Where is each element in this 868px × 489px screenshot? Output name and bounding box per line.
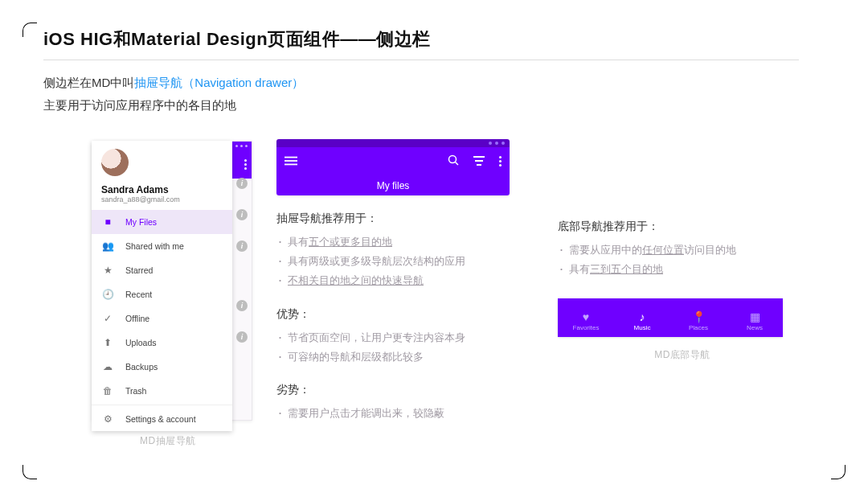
drawer-item-settings-&-account[interactable]: ⚙Settings & account — [92, 407, 232, 431]
drawer-item-trash[interactable]: 🗑Trash — [92, 379, 232, 403]
drawer-mock: i i i i i Sandra Adams sandra_a88@gmail.… — [92, 141, 260, 421]
page-title: iOS HIG和Material Design页面组件——侧边栏 — [43, 27, 825, 51]
bottom-nav-label: News — [747, 324, 763, 331]
avatar[interactable] — [101, 149, 129, 176]
drawer-item-label: Starred — [125, 265, 153, 275]
svg-rect-2 — [285, 163, 297, 165]
drawer-item-label: My Files — [125, 217, 157, 227]
bullet: 具有五个或更多目的地 — [276, 232, 526, 252]
drawer-item-label: Shared with me — [125, 241, 184, 251]
drawer-item-starred[interactable]: ★Starred — [92, 258, 232, 282]
navigation-drawer: Sandra Adams sandra_a88@gmail.com ■My Fi… — [92, 141, 232, 431]
info-icon: i — [236, 178, 248, 189]
place-icon: 📍 — [692, 311, 706, 323]
drawer-item-label: Settings & account — [125, 414, 196, 424]
info-icon: i — [236, 331, 248, 343]
drawer-item-label: Trash — [125, 386, 146, 396]
bullet: 具有三到五个目的地 — [558, 260, 807, 279]
user-email: sandra_a88@gmail.com — [101, 195, 223, 203]
cons: 劣势： 需要用户点击才能调出来，较隐蔽 — [276, 383, 526, 423]
caption-bottom-nav: MD底部导航 — [558, 348, 807, 362]
bottom-nav-item-favorites[interactable]: ♥Favorites — [558, 305, 614, 337]
caption-drawer: MD抽屉导航 — [140, 434, 196, 448]
bullet: 节省页面空间，让用户更专注内容本身 — [276, 328, 526, 347]
drawer-item-backups[interactable]: ☁Backups — [92, 355, 232, 379]
star-icon: ★ — [101, 265, 114, 276]
bullet: 需要从应用中的任何位置访问目的地 — [558, 240, 807, 260]
svg-rect-1 — [285, 160, 297, 162]
drawer-item-label: Recent — [125, 290, 152, 299]
user-name: Sandra Adams — [101, 184, 223, 195]
clock-icon: 🕘 — [101, 289, 114, 300]
heart-icon: ♥ — [583, 311, 589, 323]
search-icon[interactable] — [448, 154, 459, 168]
bullet: 不相关目的地之间的快速导航 — [276, 271, 526, 290]
drawer-item-label: Uploads — [125, 338, 157, 347]
svg-line-4 — [456, 162, 459, 166]
music-icon: ♪ — [640, 311, 645, 323]
bottom-nav-item-news[interactable]: ▦News — [727, 305, 783, 337]
drawer-item-uploads[interactable]: ⬆Uploads — [92, 331, 232, 355]
drawer-item-label: Offline — [125, 314, 149, 323]
info-icon: i — [236, 209, 248, 220]
intro-text: 侧边栏在MD中叫抽屉导航（Navigation drawer） 主要用于访问应用… — [43, 72, 825, 117]
divider — [43, 60, 799, 60]
drawer-item-my-files[interactable]: ■My Files — [92, 210, 232, 234]
more-vert-icon[interactable] — [244, 159, 247, 170]
bottom-nav-label: Places — [689, 324, 708, 331]
bullet: 具有两级或更多级导航层次结构的应用 — [276, 252, 526, 271]
drawer-item-offline[interactable]: ✓Offline — [92, 306, 232, 331]
news-icon: ▦ — [750, 311, 760, 323]
filter-icon[interactable] — [473, 155, 485, 168]
bottom-recommend: 底部导航推荐用于： 需要从应用中的任何位置访问目的地具有三到五个目的地 — [558, 220, 807, 280]
pros: 优势： 节省页面空间，让用户更专注内容本身可容纳的导航和层级都比较多 — [276, 307, 526, 368]
upload-icon: ⬆ — [101, 337, 114, 348]
cloud-icon: ☁ — [101, 361, 114, 372]
trash-icon: 🗑 — [101, 385, 114, 397]
bottom-nav-item-places[interactable]: 📍Places — [670, 305, 727, 337]
hamburger-icon[interactable] — [285, 154, 297, 169]
gear-icon: ⚙ — [101, 413, 114, 425]
svg-rect-6 — [475, 160, 483, 162]
bullet: 可容纳的导航和层级都比较多 — [276, 347, 526, 367]
svg-rect-0 — [285, 156, 297, 158]
svg-rect-5 — [473, 156, 485, 158]
info-icon: i — [236, 240, 248, 252]
people-icon: 👥 — [101, 240, 114, 252]
bottom-nav-item-music[interactable]: ♪Music — [614, 305, 670, 337]
bullet: 需要用户点击才能调出来，较隐蔽 — [276, 404, 526, 423]
more-vert-icon[interactable] — [499, 156, 502, 166]
svg-rect-7 — [477, 164, 481, 166]
drawer-item-recent[interactable]: 🕘Recent — [92, 282, 232, 306]
bottom-nav-label: Music — [634, 324, 651, 331]
drawer-item-shared-with-me[interactable]: 👥Shared with me — [92, 234, 232, 258]
offline-icon: ✓ — [101, 313, 114, 324]
bottom-nav-mock: ♥Favorites♪Music📍Places▦News — [558, 298, 783, 337]
svg-point-3 — [449, 156, 457, 163]
bottom-nav-label: Favorites — [573, 324, 600, 331]
appbar-title: My files — [276, 176, 510, 195]
appbar-mock: My files — [276, 139, 510, 195]
drawer-item-label: Backups — [125, 362, 158, 372]
drawer-recommend: 抽屉导航推荐用于： 具有五个或更多目的地具有两级或更多级导航层次结构的应用不相关… — [276, 212, 526, 291]
folder-icon: ■ — [101, 216, 114, 228]
info-icon: i — [236, 300, 248, 311]
